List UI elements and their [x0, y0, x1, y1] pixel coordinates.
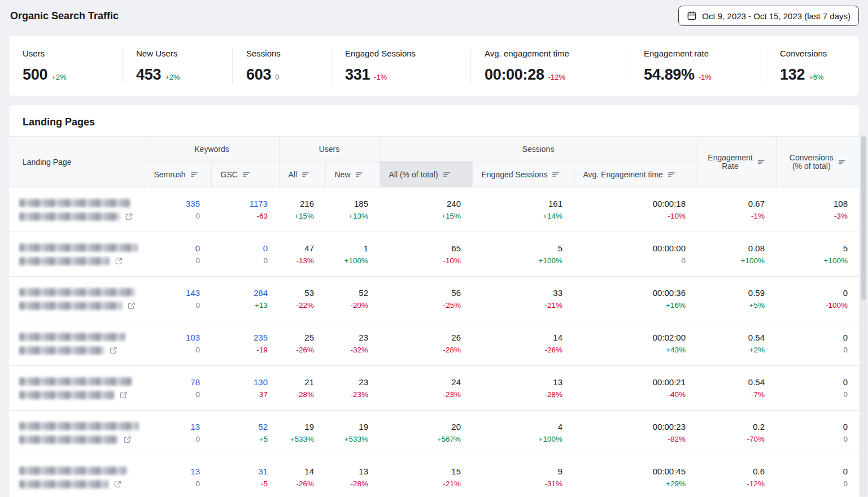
table-row: 13031-514-26%13-28%15-21%9-31%00:00:45+2…: [9, 455, 859, 497]
keyword-count-link[interactable]: 335: [145, 197, 200, 210]
keyword-count-link[interactable]: 103: [145, 331, 200, 344]
keyword-count-link[interactable]: 13: [145, 420, 200, 433]
cell-engagement-rate: 0.2-70%: [697, 411, 776, 455]
cell-gsc: 130-37: [211, 366, 279, 411]
cell-value: 56: [380, 286, 461, 299]
table-row: 13052+519+533%19+533%20+567%4+100%00:00:…: [9, 411, 859, 455]
cell-value: 0.54: [697, 331, 765, 344]
redacted-page-url: [19, 467, 127, 475]
cell-value: 161: [472, 197, 562, 210]
column-header-users-new[interactable]: New: [325, 162, 380, 188]
cell-conversions: 00: [776, 321, 859, 366]
keyword-count-link[interactable]: 235: [211, 331, 268, 344]
cell-value: 21: [279, 376, 314, 389]
external-link-button[interactable]: [127, 302, 136, 310]
cell-value: 20: [380, 420, 461, 433]
cell-conversions: 0-100%: [776, 277, 859, 321]
cell-value: 33: [472, 286, 562, 299]
column-header-avg-engagement-time[interactable]: Avg. Engagement time: [574, 162, 697, 188]
cell-gsc: 284+13: [211, 277, 279, 321]
date-range-picker[interactable]: Oct 9, 2023 - Oct 15, 2023 (last 7 days): [678, 6, 859, 26]
metric-value: 54.89%: [644, 66, 695, 84]
metric-label: Engagement rate: [644, 49, 760, 58]
keyword-count-link[interactable]: 13: [145, 465, 200, 478]
keyword-count-link[interactable]: 52: [211, 420, 268, 433]
cell-engaged-sessions: 9-31%: [472, 455, 574, 497]
cell-delta: 0: [145, 389, 200, 400]
keyword-count-link[interactable]: 0: [211, 242, 268, 255]
keyword-count-link[interactable]: 78: [145, 376, 200, 389]
external-link-button[interactable]: [109, 346, 117, 355]
cell-value: 24: [380, 376, 461, 389]
cell-sessions-all: 24-23%: [380, 366, 472, 411]
metrics-summary: Users 500 +2% New Users 453 +2% Sessions…: [9, 36, 859, 96]
cell-value: 0.59: [697, 286, 765, 299]
cell-value: 53: [279, 286, 314, 299]
column-header-users-all[interactable]: All: [279, 162, 325, 188]
cell-users-new: 23-32%: [325, 321, 380, 366]
keyword-count-link[interactable]: 284: [211, 286, 268, 299]
external-link-button[interactable]: [123, 435, 132, 444]
column-label: All (% of total): [389, 170, 438, 179]
cell-gsc: 31-5: [211, 455, 279, 497]
column-label: New: [335, 170, 351, 179]
redacted-page-url: [19, 391, 114, 399]
column-header-semrush[interactable]: Semrush: [145, 162, 211, 188]
cell-engagement-rate: 0.6-12%: [697, 455, 776, 497]
redacted-page-url: [19, 422, 139, 430]
sort-icon: [302, 171, 309, 178]
cell-semrush: 00: [145, 232, 211, 277]
column-group-sessions: Sessions: [380, 137, 697, 162]
column-header-engagement-rate[interactable]: Engagement Rate: [697, 137, 776, 188]
cell-delta: -10%: [380, 255, 461, 267]
column-header-engaged-sessions[interactable]: Engaged Sessions: [472, 162, 574, 188]
vertical-scrollbar[interactable]: [860, 134, 867, 497]
cell-users-new: 19+533%: [325, 411, 380, 455]
keyword-count-link[interactable]: 0: [145, 242, 200, 255]
cell-semrush: 780: [145, 366, 211, 411]
cell-avg-engagement-time: 00:00:21-40%: [574, 366, 697, 411]
keyword-count-link[interactable]: 1173: [211, 197, 268, 210]
keyword-count-link[interactable]: 143: [145, 286, 200, 299]
table-row: 1430284+1353-22%52-20%56-25%33-21%00:00:…: [9, 277, 859, 321]
external-link-icon: [125, 212, 133, 221]
redacted-page-url: [19, 302, 122, 310]
metric-label: Sessions: [246, 49, 325, 58]
cell-value: 23: [325, 376, 368, 389]
cell-value: 13: [325, 465, 368, 478]
metric-label: New Users: [136, 49, 226, 58]
cell-value: 00:00:23: [574, 420, 686, 433]
external-link-icon: [119, 391, 128, 399]
cell-landing-page: [9, 411, 145, 455]
keyword-count-link[interactable]: 130: [211, 376, 268, 389]
column-header-gsc[interactable]: GSC: [211, 162, 279, 188]
metric: New Users 453 +2%: [122, 49, 232, 84]
cell-gsc: 00: [211, 232, 279, 277]
cell-delta: -5: [211, 478, 268, 490]
external-link-button[interactable]: [119, 391, 128, 399]
cell-value: 47: [279, 242, 314, 255]
landing-pages-card: Landing Pages Landing Page Keywords User…: [9, 105, 859, 497]
cell-delta: -32%: [325, 344, 368, 356]
cell-delta: 0: [776, 389, 848, 400]
metric: Users 500 +2%: [9, 49, 122, 84]
column-label: Engaged Sessions: [482, 170, 548, 179]
external-link-button[interactable]: [114, 480, 122, 489]
scrollbar-thumb[interactable]: [861, 136, 866, 300]
cell-value: 00:00:36: [574, 286, 686, 299]
top-bar: Organic Search Traffic Oct 9, 2023 - Oct…: [0, 0, 868, 32]
cell-delta: 0: [145, 255, 200, 267]
column-label: Conversions (% of total): [790, 154, 834, 171]
cell-value: 0.6: [697, 465, 765, 478]
landing-pages-tbody: 33501173-63216+15%185+13%240+15%161+14%0…: [9, 188, 859, 497]
external-link-button[interactable]: [115, 257, 123, 265]
column-header-landing-page[interactable]: Landing Page: [9, 137, 145, 188]
cell-delta: -28%: [325, 478, 368, 490]
cell-engagement-rate: 0.08+100%: [697, 232, 776, 277]
external-link-button[interactable]: [125, 212, 133, 221]
keyword-count-link[interactable]: 31: [211, 465, 268, 478]
column-header-sessions-all[interactable]: All (% of total): [380, 162, 472, 188]
cell-value: 0.08: [697, 242, 765, 255]
cell-landing-page: [9, 277, 145, 321]
column-header-conversions[interactable]: Conversions (% of total): [776, 137, 859, 188]
